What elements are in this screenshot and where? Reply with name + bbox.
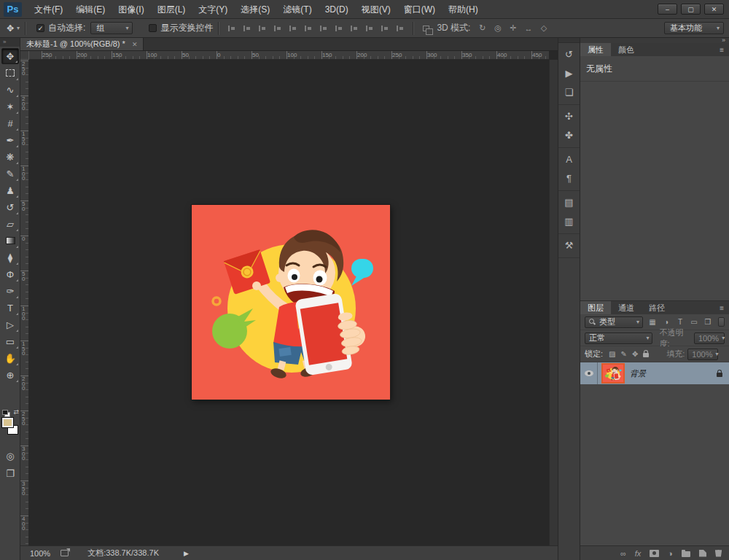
default-colors-icon[interactable] bbox=[2, 410, 9, 416]
layer-visibility-toggle[interactable] bbox=[580, 362, 598, 384]
document-tab-close-icon[interactable]: ✕ bbox=[132, 41, 138, 48]
collapse-panels-icon[interactable]: » bbox=[722, 36, 725, 44]
crop-tool[interactable]: # bbox=[1, 115, 19, 131]
filter-type-layers[interactable]: T bbox=[675, 318, 685, 326]
tools-panel-collapse[interactable]: » bbox=[0, 38, 20, 47]
align-top-edges[interactable] bbox=[225, 26, 239, 31]
layer-row[interactable]: 背景 bbox=[580, 362, 729, 384]
layer-filter-dropdown[interactable]: 类型 ▾ bbox=[585, 316, 643, 328]
distribute-vertical-centers[interactable] bbox=[332, 26, 346, 31]
tool-preset-caret-icon[interactable]: ▾ bbox=[17, 25, 20, 31]
eyedropper-tool[interactable]: ✒ bbox=[1, 132, 19, 148]
lock-position[interactable]: ✥ bbox=[632, 350, 638, 358]
3d-scale-tool[interactable]: ◇ bbox=[536, 23, 551, 33]
menu-item[interactable]: 窗口(W) bbox=[397, 0, 442, 19]
styles-panel[interactable]: ❏ bbox=[561, 84, 578, 101]
clone-stamp-tool[interactable]: ♟ bbox=[1, 182, 19, 198]
layer-filter-toggle[interactable] bbox=[718, 317, 725, 327]
zoom-level-field[interactable]: 100% bbox=[30, 549, 50, 558]
tab-paths[interactable]: 路径 bbox=[642, 301, 672, 314]
gradient-tool[interactable] bbox=[1, 233, 19, 249]
auto-select-dropdown[interactable]: 组 ▾ bbox=[90, 22, 133, 34]
distribute-horizontal-centers[interactable] bbox=[378, 26, 392, 31]
distribute-right-edges[interactable] bbox=[393, 26, 408, 31]
notes-panel[interactable]: ▥ bbox=[561, 213, 578, 230]
menu-item[interactable]: 滤镜(T) bbox=[276, 0, 318, 19]
hand-tool[interactable]: ✋ bbox=[1, 350, 19, 366]
history-panel[interactable]: ↺ bbox=[561, 46, 578, 63]
foreground-color-swatch[interactable] bbox=[2, 418, 13, 427]
link-layers[interactable]: ∞ bbox=[620, 549, 626, 558]
show-transform-checkbox[interactable] bbox=[149, 24, 157, 32]
path-selection-tool[interactable]: ▷ bbox=[1, 316, 19, 332]
status-bar-arrow-icon[interactable]: ▶ bbox=[184, 550, 189, 557]
history-brush-tool[interactable]: ↺ bbox=[1, 199, 19, 215]
menu-item[interactable]: 文字(Y) bbox=[192, 0, 234, 19]
layer-effects[interactable]: fx bbox=[635, 549, 642, 558]
3d-drag-tool[interactable]: ✛ bbox=[505, 23, 521, 33]
paragraph-panel[interactable]: ¶ bbox=[561, 170, 578, 187]
lasso-tool[interactable]: ∿ bbox=[1, 82, 19, 98]
rectangle-tool[interactable]: ▭ bbox=[1, 333, 19, 349]
tab-properties[interactable]: 属性 bbox=[580, 43, 611, 56]
opacity-dropdown[interactable]: 100% ▾ bbox=[694, 332, 725, 344]
rectangular-marquee-tool[interactable] bbox=[1, 65, 19, 81]
align-horizontal-centers[interactable] bbox=[286, 26, 300, 31]
align-right-edges[interactable] bbox=[301, 26, 316, 31]
3d-slide-tool[interactable]: ↔ bbox=[521, 24, 536, 33]
move-tool[interactable]: ✥ bbox=[1, 48, 19, 64]
minimize-button[interactable]: – bbox=[658, 4, 677, 15]
menu-item[interactable]: 图层(L) bbox=[151, 0, 192, 19]
distribute-top-edges[interactable] bbox=[316, 26, 331, 31]
layer-thumbnail[interactable] bbox=[603, 365, 623, 382]
3d-roll-tool[interactable]: ◎ bbox=[490, 23, 505, 33]
filter-adjustment-layers[interactable]: ◑ bbox=[661, 318, 671, 326]
close-button[interactable]: ✕ bbox=[704, 4, 724, 15]
new-adjustment-layer[interactable]: ◑ bbox=[668, 549, 673, 558]
horizontal-ruler[interactable]: 2502001501005005010015020025030035040045… bbox=[29, 51, 549, 60]
auto-align-layers[interactable] bbox=[419, 26, 434, 31]
auto-select-checkbox[interactable]: ✓ bbox=[36, 24, 44, 32]
eraser-tool[interactable]: ▱ bbox=[1, 216, 19, 232]
delete-layer[interactable] bbox=[715, 550, 722, 557]
workspace-switcher[interactable]: 基本功能 ▾ bbox=[664, 22, 724, 34]
align-vertical-centers[interactable] bbox=[240, 26, 254, 31]
vertical-ruler[interactable]: 2 5 02 0 01 5 01 0 05 005 01 0 01 5 02 0… bbox=[20, 60, 29, 545]
3d-rotate-tool[interactable]: ↻ bbox=[475, 23, 490, 33]
filter-smart-objects[interactable]: ❒ bbox=[703, 318, 713, 326]
zoom-tool[interactable]: ⊕ bbox=[1, 367, 19, 383]
maximize-button[interactable]: ▢ bbox=[681, 4, 701, 15]
new-group[interactable] bbox=[682, 549, 690, 557]
align-bottom-edges[interactable] bbox=[255, 26, 270, 31]
layer-comps-panel[interactable]: ▤ bbox=[561, 194, 578, 211]
lock-all[interactable] bbox=[643, 351, 649, 357]
canvas-document[interactable] bbox=[192, 205, 390, 400]
menu-item[interactable]: 图像(I) bbox=[112, 0, 150, 19]
brush-panel[interactable]: ✣ bbox=[561, 108, 578, 125]
add-layer-mask[interactable] bbox=[650, 550, 659, 557]
menu-item[interactable]: 视图(V) bbox=[355, 0, 397, 19]
distribute-bottom-edges[interactable] bbox=[347, 26, 362, 31]
blend-mode-dropdown[interactable]: 正常 ▾ bbox=[585, 332, 652, 344]
dodge-tool[interactable]: Φ bbox=[1, 266, 19, 282]
panel-dock-header[interactable] bbox=[558, 38, 580, 43]
menu-item[interactable]: 编辑(E) bbox=[69, 0, 112, 19]
lock-image-pixels[interactable]: ✎ bbox=[621, 350, 627, 358]
menu-item[interactable]: 帮助(H) bbox=[442, 0, 485, 19]
lock-transparent-pixels[interactable]: ▨ bbox=[609, 350, 615, 358]
tab-layers[interactable]: 图层 bbox=[580, 301, 611, 314]
quick-selection-tool[interactable]: ✶ bbox=[1, 98, 19, 114]
type-tool[interactable]: T bbox=[1, 300, 19, 316]
tab-color[interactable]: 颜色 bbox=[611, 43, 642, 56]
brush-presets-panel[interactable]: ✤ bbox=[561, 127, 578, 144]
distribute-left-edges[interactable] bbox=[362, 26, 377, 31]
measurement-record[interactable]: ⚒ bbox=[561, 237, 578, 254]
new-layer[interactable] bbox=[699, 550, 706, 557]
fill-dropdown[interactable]: 100% ▾ bbox=[687, 349, 718, 360]
blur-tool[interactable]: ⧫ bbox=[1, 249, 19, 265]
character-panel[interactable]: A bbox=[561, 151, 578, 168]
document-tab[interactable]: 未标题-1 @ 100%(RGB/8) * ✕ bbox=[20, 38, 144, 50]
brush-tool[interactable]: ✎ bbox=[1, 166, 19, 182]
menu-item[interactable]: 文件(F) bbox=[28, 0, 69, 19]
pen-tool[interactable]: ✑ bbox=[1, 283, 19, 299]
